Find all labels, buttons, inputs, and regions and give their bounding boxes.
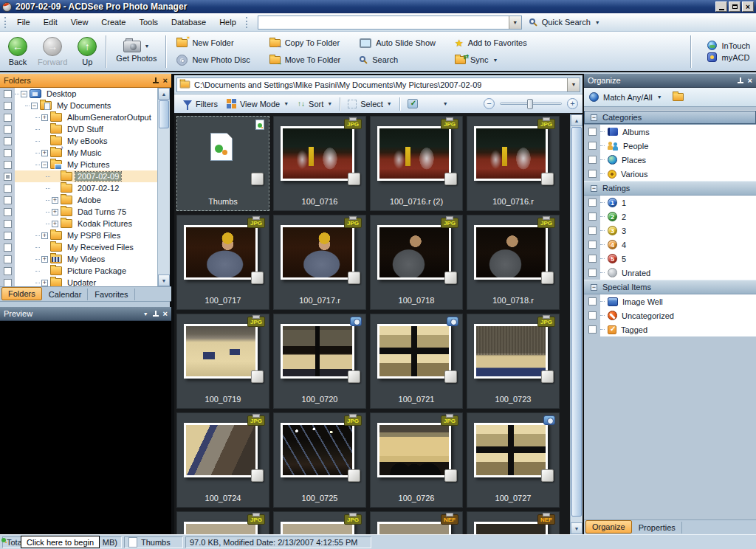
checkbox[interactable]	[4, 173, 12, 181]
checkbox[interactable]	[4, 196, 12, 204]
checkbox[interactable]	[4, 279, 12, 287]
thumb-checkbox[interactable]	[444, 272, 457, 284]
checkbox[interactable]	[4, 244, 12, 252]
menu-view[interactable]: View	[64, 15, 95, 29]
expand-icon[interactable]: +	[41, 280, 48, 286]
thumbnail-100-0724[interactable]: JPG100_0724	[176, 412, 269, 508]
organize-item-2[interactable]: 22	[584, 210, 756, 224]
checkbox[interactable]	[588, 269, 597, 277]
panel-splitter[interactable]	[0, 301, 171, 307]
tree-item-my-music[interactable]: +My Music	[0, 147, 170, 159]
expand-icon[interactable]: +	[52, 221, 58, 227]
scrollbar-thumb[interactable]	[571, 127, 582, 517]
checkbox[interactable]	[588, 297, 597, 305]
thumbnail-100-0720[interactable]: 100_0720	[273, 314, 366, 409]
collapse-icon[interactable]: −	[31, 103, 38, 109]
checkbox[interactable]	[4, 220, 12, 228]
checkbox[interactable]	[4, 114, 12, 122]
restore-button[interactable]	[729, 1, 740, 12]
organize-item-tagged[interactable]: Tagged	[584, 322, 756, 336]
files-scrollbar[interactable]: ▲ ▼	[570, 114, 583, 534]
thumbnail-100-0725[interactable]: JPG100_0725	[273, 412, 366, 508]
organize-item-image-well[interactable]: Image Well	[584, 294, 756, 308]
select-button[interactable]: Select ▼	[343, 98, 396, 110]
expand-icon[interactable]: +	[41, 232, 48, 239]
collapse-icon[interactable]: −	[41, 162, 48, 168]
organize-item-uncategorized[interactable]: Uncategorized	[584, 308, 756, 322]
minimize-button[interactable]	[715, 1, 727, 12]
path-dropdown-arrow[interactable]: ▼	[567, 78, 580, 92]
checkbox[interactable]	[588, 325, 597, 334]
checkbox[interactable]	[4, 149, 12, 157]
expand-icon[interactable]: +	[52, 209, 58, 215]
search-dropdown-arrow[interactable]: ▼	[509, 16, 521, 29]
tree-item-my-videos[interactable]: +My Videos	[0, 253, 170, 265]
myacd-button[interactable]: myACD	[704, 52, 753, 62]
zoom-in-button[interactable]: +	[567, 98, 578, 109]
menu-edit[interactable]: Edit	[37, 15, 64, 29]
scroll-down-button[interactable]: ▼	[571, 522, 583, 534]
back-button[interactable]: ← Back	[3, 36, 32, 67]
folders-scrollbar[interactable]: ▲ ▼	[157, 88, 170, 286]
checkbox[interactable]	[588, 128, 597, 136]
thumb-checkbox[interactable]	[251, 173, 264, 185]
new-folder-button[interactable]: New Folder	[173, 35, 252, 52]
organize-item-people[interactable]: People	[584, 139, 756, 153]
pin-icon[interactable]	[738, 77, 743, 84]
thumb-checkbox[interactable]	[444, 370, 457, 383]
zoom-out-button[interactable]: −	[484, 98, 495, 109]
checkbox[interactable]	[588, 156, 597, 164]
add-to-favorites-button[interactable]: ★ Add to Favorites	[452, 35, 530, 52]
thumb-checkbox[interactable]	[348, 272, 360, 284]
checkbox[interactable]	[4, 161, 12, 169]
collapse-icon[interactable]: −	[591, 185, 597, 192]
get-photos-button[interactable]: ▼ Get Photos	[111, 40, 162, 63]
thumbnail-100-0716-r[interactable]: JPG100_0716.r	[467, 116, 560, 211]
collapse-icon[interactable]: −	[591, 114, 597, 121]
thumb-checkbox[interactable]	[541, 370, 554, 383]
thumb-checkbox[interactable]	[541, 469, 554, 482]
tree-item-updater[interactable]: +Updater	[0, 277, 170, 286]
checkbox[interactable]	[4, 208, 12, 216]
tag-button[interactable]	[403, 97, 422, 110]
toolbar-drag-handle[interactable]	[246, 17, 249, 28]
match-any-all-button[interactable]: Match Any/All	[603, 93, 653, 102]
tree-item-dad-turns-75[interactable]: +Dad Turns 75	[0, 206, 170, 218]
checkbox[interactable]	[588, 198, 597, 207]
chevron-down-icon[interactable]: ▼	[657, 94, 662, 100]
tree-item-my-pictures[interactable]: −My Pictures	[0, 159, 170, 170]
search-button[interactable]: Search	[357, 52, 439, 69]
thumbnail-100-0721[interactable]: 100_0721	[370, 314, 463, 409]
tree-item-desktop[interactable]: −Desktop	[0, 88, 170, 100]
thumb-checkbox[interactable]	[251, 272, 264, 284]
folders-tab-favorites[interactable]: Favorites	[89, 289, 134, 300]
thumbnail-100-0716-r-2[interactable]: JPG100_0716.r (2)	[370, 116, 463, 211]
thumbnail-thumbs[interactable]: Thumbs	[176, 116, 269, 211]
checkbox[interactable]	[588, 227, 597, 235]
pin-icon[interactable]	[153, 77, 159, 84]
menu-database[interactable]: Database	[165, 15, 213, 29]
zoom-slider[interactable]	[500, 103, 562, 105]
checkbox[interactable]	[588, 170, 597, 178]
tree-item-adobe[interactable]: +Adobe	[0, 194, 170, 206]
thumbnail-partial[interactable]: JPG	[176, 511, 269, 534]
menu-create[interactable]: Create	[94, 15, 132, 29]
thumb-checkbox[interactable]	[348, 469, 360, 482]
tree-item-kodak-pictures[interactable]: +Kodak Pictures	[0, 218, 170, 229]
thumbnail-100-0718[interactable]: JPG100_0718	[370, 215, 463, 310]
thumbnail-partial[interactable]: NEF	[467, 511, 560, 534]
checkbox[interactable]	[588, 311, 597, 320]
thumb-checkbox[interactable]	[348, 370, 360, 383]
close-icon[interactable]: ×	[163, 310, 168, 317]
more-buttons-chevron[interactable]: ▼	[443, 101, 448, 106]
thumb-checkbox[interactable]	[541, 173, 554, 185]
tree-item-albumgeneratoroutput[interactable]: +AlbumGeneratorOutput	[0, 111, 170, 123]
organize-item-various[interactable]: Various	[584, 167, 756, 181]
close-button[interactable]: ×	[742, 1, 754, 12]
organize-item-unrated[interactable]: Unrated	[584, 266, 756, 280]
sort-button[interactable]: ↑↓ Sort ▼	[293, 98, 337, 110]
organize-item-1[interactable]: 11	[584, 196, 756, 210]
quick-search-input[interactable]: ▼	[258, 15, 522, 30]
checkbox[interactable]	[4, 137, 12, 145]
group-header-special-items[interactable]: −Special Items	[584, 280, 756, 294]
